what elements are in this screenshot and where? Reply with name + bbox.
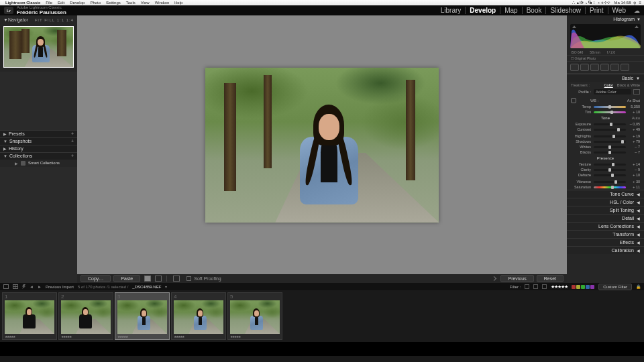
module-web[interactable]: Web — [608, 7, 630, 14]
brush-tool-icon[interactable] — [621, 64, 629, 71]
blacks-slider[interactable]: Blacks– 7 — [567, 149, 644, 155]
auto-tone-button[interactable]: Auto — [632, 116, 640, 120]
module-library[interactable]: Library — [437, 7, 466, 14]
navigator-header[interactable]: ▼ Navigator FIT FILL 1:1 1:4 — [0, 15, 77, 24]
photo-canvas[interactable] — [77, 15, 567, 274]
grid-icon[interactable] — [13, 284, 18, 289]
flash-icon[interactable] — [22, 284, 25, 289]
paste-button[interactable]: Paste — [113, 275, 140, 282]
histogram[interactable] — [570, 24, 641, 48]
thumb-5[interactable]: 5★★★★★ — [227, 292, 282, 340]
cloud-sync-icon[interactable]: ☁ — [634, 7, 640, 14]
effects-header[interactable]: Effects◀ — [567, 238, 644, 246]
flag-unflag-icon[interactable] — [542, 284, 547, 289]
clock[interactable]: Ma 14:58 — [614, 1, 631, 5]
source-label[interactable]: Previous Import — [46, 285, 74, 289]
menu-window[interactable]: Window — [155, 1, 169, 5]
toolbar-arrow-icon[interactable] — [492, 276, 496, 281]
wb-value[interactable]: As Shot — [627, 99, 640, 103]
eyedropper-icon[interactable] — [571, 98, 576, 103]
menu-help[interactable]: Help — [174, 1, 182, 5]
softproof-checkbox[interactable] — [186, 276, 191, 281]
thumb-1[interactable]: 1★★★★★ — [2, 292, 57, 340]
before-after-icon[interactable] — [155, 276, 162, 282]
thumb-4[interactable]: 4★★★★★ — [171, 292, 226, 340]
transform-header[interactable]: Transform◀ — [567, 230, 644, 238]
original-toggle[interactable]: ☐ Original Photo — [567, 55, 644, 62]
tray-icons[interactable]: ⛬ ⏏ ⚙ ⌥ ⧉ ⋮ — [572, 1, 595, 5]
shadows-slider[interactable]: Shadows+ 79 — [567, 139, 644, 144]
main-photo[interactable] — [205, 68, 439, 223]
radial-tool-icon[interactable] — [610, 64, 619, 71]
flag-reject-icon[interactable] — [533, 284, 538, 289]
history-header[interactable]: ▶History — [0, 145, 77, 152]
compare-icon[interactable] — [173, 276, 180, 282]
hsl-header[interactable]: HSL / Color◀ — [567, 198, 644, 206]
app-menu[interactable]: Lightroom Classic — [5, 1, 40, 5]
vibrance-slider[interactable]: Vibrance+ 30 — [567, 179, 644, 184]
menu-photo[interactable]: Photo — [90, 1, 101, 5]
flag-pick-icon[interactable] — [525, 284, 529, 289]
exposure-slider[interactable]: Exposure– 0,05 — [567, 121, 644, 127]
previous-button[interactable]: Previous — [500, 275, 533, 282]
saturation-slider[interactable]: Saturation+ 11 — [567, 184, 644, 190]
presets-header[interactable]: ▶Presets+ — [0, 130, 77, 137]
tray-wifi-icon[interactable]: ⌔ ◐ ⚲ ᯤ — [598, 1, 611, 5]
module-develop[interactable]: Develop — [465, 7, 500, 14]
calibration-header[interactable]: Calibration◀ — [567, 246, 644, 254]
menu-view[interactable]: View — [141, 1, 150, 5]
thumb-3[interactable]: 3★★★★★ — [115, 292, 170, 340]
dehaze-slider[interactable]: Dehaze+ 10 — [567, 172, 644, 178]
whites-slider[interactable]: Whites– 7 — [567, 144, 644, 149]
basic-header[interactable]: Basic▼ — [567, 74, 644, 82]
filmstrip[interactable]: 1★★★★★ 2★★★★★ 3★★★★★ 4★★★★★ 5★★★★★ — [0, 290, 644, 342]
highlights-slider[interactable]: Highlights+ 19 — [567, 133, 644, 139]
navigator-thumbnail[interactable] — [3, 26, 74, 68]
reset-button[interactable]: Reset — [537, 275, 564, 282]
highlight-clip-icon[interactable] — [635, 25, 639, 28]
treatment-color[interactable]: Color — [604, 83, 613, 87]
custom-filter-button[interactable]: Custom Filter — [598, 284, 632, 290]
menu-file[interactable]: File — [46, 1, 52, 5]
profile-value[interactable]: Adobe Color — [594, 89, 631, 95]
menu-icon[interactable]: ≡ — [639, 1, 641, 5]
menu-edit[interactable]: Edit — [58, 1, 64, 5]
redeye-tool-icon[interactable] — [590, 64, 599, 71]
search-icon[interactable]: ⚲ — [633, 1, 636, 5]
gradient-tool-icon[interactable] — [600, 64, 609, 71]
lock-icon[interactable]: 🔒 — [636, 284, 641, 289]
star-filter[interactable]: ★★★★★ — [551, 284, 568, 290]
loupe-view-icon[interactable] — [144, 276, 151, 282]
histogram-header[interactable]: Histogram▼ — [567, 15, 644, 23]
profile-browser-icon[interactable] — [633, 89, 640, 95]
copy-button[interactable]: Copy… — [80, 275, 111, 282]
menu-develop[interactable]: Develop — [70, 1, 85, 5]
second-window-icon[interactable] — [3, 284, 9, 289]
texture-slider[interactable]: Texture+ 14 — [567, 162, 644, 167]
shadow-clip-icon[interactable] — [572, 25, 576, 28]
collections-header[interactable]: ▼Collections+ — [0, 152, 77, 160]
module-book[interactable]: Book — [522, 7, 546, 14]
smart-collections-item[interactable]: ▶Smart Collections — [0, 160, 77, 167]
contrast-slider[interactable]: Contrast+ 49 — [567, 127, 644, 132]
color-labels[interactable] — [572, 285, 594, 289]
tonecurve-header[interactable]: Tone Curve◀ — [567, 190, 644, 198]
menu-settings[interactable]: Settings — [106, 1, 121, 5]
treatment-bw[interactable]: Black & White — [617, 83, 640, 87]
snapshots-header[interactable]: ▼Snapshots+ — [0, 137, 77, 145]
module-slideshow[interactable]: Slideshow — [545, 7, 585, 14]
crop-tool-icon[interactable] — [570, 64, 579, 71]
menu-tools[interactable]: Tools — [126, 1, 136, 5]
profile-row[interactable]: Profile : Adobe Color — [567, 88, 644, 95]
zoom-levels[interactable]: FIT FILL 1:1 1:4 — [35, 18, 74, 22]
filename-label[interactable]: _DSC4859.NEF — [132, 285, 161, 289]
temp-slider[interactable]: Temp5,350 — [567, 104, 644, 109]
module-map[interactable]: Map — [500, 7, 521, 14]
spot-tool-icon[interactable] — [580, 64, 589, 71]
lenscorr-header[interactable]: Lens Corrections◀ — [567, 222, 644, 230]
nav-back-icon[interactable]: ◄ — [30, 285, 34, 289]
clarity-slider[interactable]: Clarity– 9 — [567, 167, 644, 172]
module-print[interactable]: Print — [585, 7, 608, 14]
thumb-2[interactable]: 2★★★★★ — [58, 292, 113, 340]
tint-slider[interactable]: Tint+ 10 — [567, 109, 644, 115]
